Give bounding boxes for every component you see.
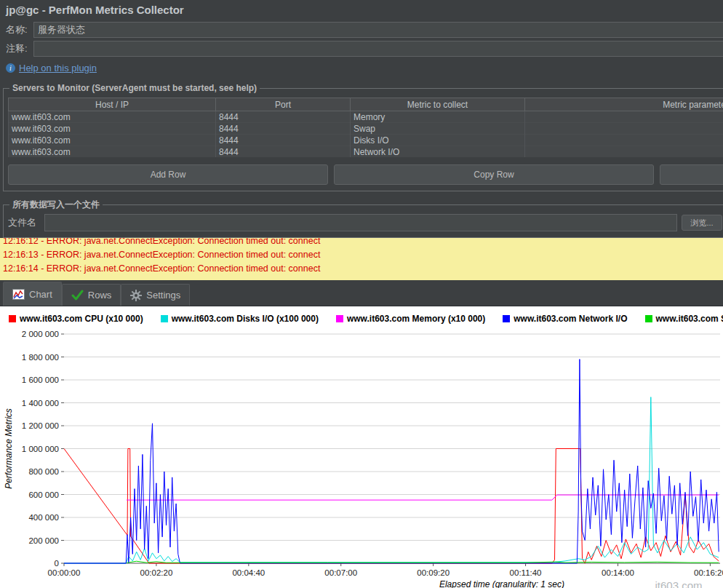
tab-rows[interactable]: Rows	[62, 284, 121, 306]
info-icon: i	[6, 63, 15, 73]
table-row[interactable]: www.it603.com 8444 Disks I/O	[9, 135, 723, 146]
cell-port[interactable]: 8444	[216, 111, 351, 123]
filename-input[interactable]	[44, 214, 677, 231]
y-tick-label: 400 000	[28, 513, 59, 522]
column-header-metric-parameter[interactable]: Metric parameter	[525, 98, 723, 111]
cell-metric-parameter[interactable]	[525, 146, 723, 158]
cell-metric[interactable]: Swap	[351, 123, 525, 135]
x-tick-label: 00:00:00	[48, 568, 81, 577]
cell-metric-parameter[interactable]	[525, 111, 723, 123]
y-tick-label: 1 600 000	[22, 376, 59, 384]
y-tick-label: 1 400 000	[22, 399, 59, 408]
column-header-metric[interactable]: Metric to collect	[351, 98, 525, 111]
legend-label: www.it603.com Memory (x10 000)	[347, 314, 485, 324]
delete-row-button[interactable]	[660, 164, 723, 185]
cell-metric[interactable]: Disks I/O	[351, 135, 525, 146]
y-tick-label: 800 000	[28, 467, 59, 476]
tab-chart-label: Chart	[29, 289, 52, 300]
chart-icon	[12, 289, 25, 300]
add-row-button[interactable]: Add Row	[8, 164, 328, 185]
legend-swatch-swap	[645, 315, 652, 322]
name-input[interactable]	[33, 22, 723, 38]
tab-chart[interactable]: Chart	[3, 282, 62, 306]
log-line: 12:16:14 - ERROR: java.net.ConnectExcept…	[3, 262, 723, 276]
servers-group: Servers to Monitor (ServerAgent must be …	[3, 83, 723, 191]
servers-group-title: Servers to Monitor (ServerAgent must be …	[9, 83, 260, 93]
legend-item: www.it603.com CPU (x10 000)	[9, 314, 143, 324]
page-title: jp@gc - PerfMon Metrics Collector	[0, 0, 723, 20]
table-row[interactable]: www.it603.com 8444 Swap	[9, 123, 723, 135]
cell-host[interactable]: www.it603.com	[9, 111, 216, 123]
chart-legend: www.it603.com CPU (x10 000) www.it603.co…	[0, 306, 723, 331]
column-header-host[interactable]: Host / IP	[9, 98, 216, 111]
cell-metric-parameter[interactable]	[525, 135, 723, 146]
tab-bar: Chart Rows	[0, 280, 723, 306]
legend-label: www.it603.com Disks I/O (x100 000)	[172, 314, 319, 324]
error-log-content: 12:16:12 - ERROR: java.net.ConnectExcept…	[3, 238, 723, 276]
x-tick-label: 00:14:00	[602, 568, 634, 577]
check-icon	[71, 290, 84, 301]
tab-settings[interactable]: Settings	[121, 284, 190, 306]
y-tick-label: 0	[55, 559, 59, 568]
config-panel: jp@gc - PerfMon Metrics Collector 名称: 注释…	[0, 0, 723, 238]
file-group-title: 所有数据写入一个文件	[9, 199, 103, 211]
x-tick-label: 00:04:40	[232, 568, 265, 577]
legend-swatch-disks	[161, 315, 168, 322]
help-link[interactable]: Help on this plugin	[19, 63, 97, 74]
legend-label: www.it603.com Swap	[656, 314, 723, 324]
y-tick-label: 1 800 000	[22, 353, 59, 362]
cell-port[interactable]: 8444	[216, 135, 351, 146]
column-header-port[interactable]: Port	[216, 98, 351, 111]
x-tick-label: 00:11:40	[510, 568, 542, 577]
error-log[interactable]: 12:16:12 - ERROR: java.net.ConnectExcept…	[0, 238, 723, 280]
cell-port[interactable]: 8444	[216, 123, 351, 135]
x-axis-title: Elapsed time (granularity: 1 sec)	[439, 579, 564, 588]
browse-button[interactable]: 浏览...	[682, 215, 722, 231]
watermark: it603.com	[655, 579, 702, 588]
legend-item: www.it603.com Swap	[645, 314, 723, 324]
legend-item: www.it603.com Memory (x10 000)	[336, 314, 485, 324]
y-tick-label: 1 000 000	[22, 445, 59, 453]
cell-host[interactable]: www.it603.com	[9, 123, 216, 135]
y-tick-label: 2 000 000	[22, 331, 59, 338]
chart-panel: www.it603.com CPU (x10 000) www.it603.co…	[0, 306, 723, 588]
cell-port[interactable]: 8444	[216, 146, 351, 158]
tab-settings-label: Settings	[146, 290, 180, 301]
legend-swatch-network	[503, 315, 510, 322]
legend-item: www.it603.com Disks I/O (x100 000)	[161, 314, 319, 324]
comment-row: 注释:	[0, 39, 723, 58]
x-tick-label: 00:16:20	[694, 568, 723, 577]
log-line: 12:16:13 - ERROR: java.net.ConnectExcept…	[3, 248, 723, 262]
cell-host[interactable]: www.it603.com	[9, 135, 216, 146]
cell-metric-parameter[interactable]	[525, 123, 723, 135]
cell-host[interactable]: www.it603.com	[9, 146, 216, 158]
series-line	[64, 359, 719, 563]
y-tick-label: 600 000	[28, 490, 59, 499]
help-row: i Help on this plugin	[0, 58, 723, 76]
legend-label: www.it603.com CPU (x10 000)	[20, 314, 143, 324]
filename-label: 文件名	[8, 216, 40, 229]
y-axis-title: Performance Metrics	[4, 408, 14, 489]
cell-metric[interactable]: Memory	[351, 111, 525, 123]
table-row[interactable]: www.it603.com 8444 Network I/O	[9, 146, 723, 158]
series-line	[64, 397, 719, 563]
comment-input[interactable]	[33, 41, 723, 57]
x-tick-label: 00:02:20	[140, 568, 173, 577]
table-buttons: Add Row Copy Row	[8, 164, 723, 185]
gear-icon	[130, 290, 142, 301]
legend-swatch-cpu	[9, 315, 16, 322]
legend-item: www.it603.com Network I/O	[503, 314, 627, 324]
copy-row-button[interactable]: Copy Row	[334, 164, 654, 185]
y-tick-label: 1 200 000	[22, 421, 59, 430]
table-header-row: Host / IP Port Metric to collect Metric …	[9, 98, 723, 111]
table-row[interactable]: www.it603.com 8444 Memory	[9, 111, 723, 123]
name-label: 名称:	[6, 23, 33, 36]
performance-chart: 0200 000400 000600 000800 0001 000 0001 …	[0, 331, 723, 588]
perfmon-window: jp@gc - PerfMon Metrics Collector 名称: 注释…	[0, 0, 723, 588]
legend-label: www.it603.com Network I/O	[514, 314, 627, 324]
cell-metric[interactable]: Network I/O	[351, 146, 525, 158]
comment-label: 注释:	[6, 42, 33, 55]
legend-swatch-memory	[336, 315, 343, 322]
tab-rows-label: Rows	[88, 290, 112, 301]
x-tick-label: 00:07:00	[324, 568, 357, 577]
